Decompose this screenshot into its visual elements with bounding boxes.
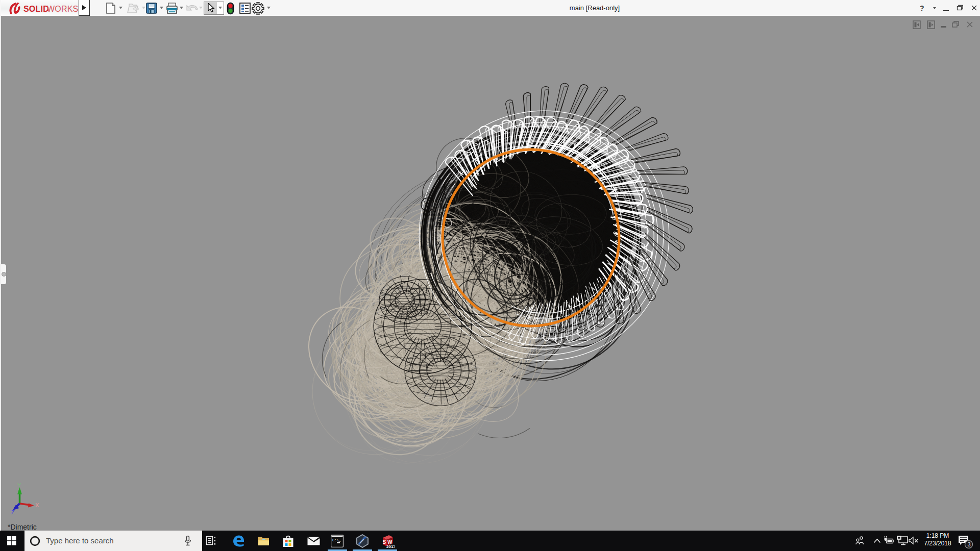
svg-text:3: 3	[968, 541, 971, 547]
svg-text:C:\_: C:\_	[332, 538, 341, 542]
svg-text:2017: 2017	[386, 544, 395, 548]
svg-text:WORKS: WORKS	[47, 5, 78, 13]
svg-text:Z: Z	[11, 509, 15, 515]
svg-text:SOLID: SOLID	[23, 5, 49, 13]
svg-text:S: S	[383, 539, 386, 545]
svg-text:?: ?	[920, 4, 924, 12]
svg-text:Y: Y	[17, 482, 21, 488]
svg-text:X: X	[35, 502, 39, 508]
